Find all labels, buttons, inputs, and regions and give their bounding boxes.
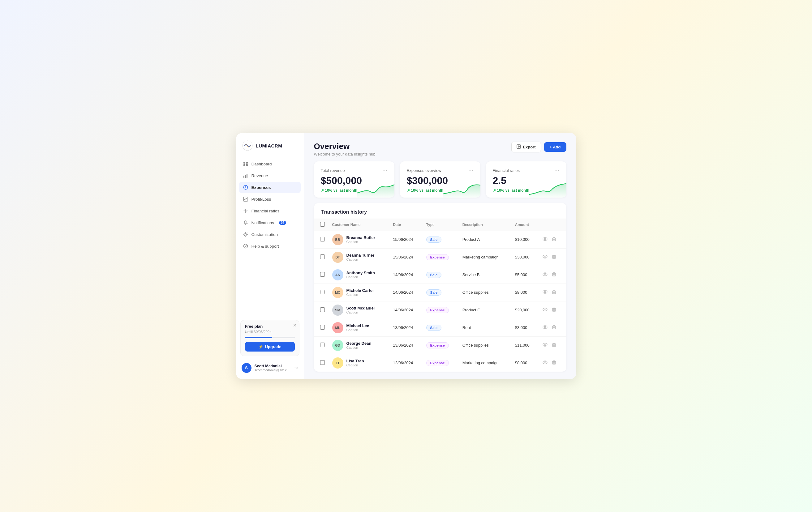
export-button[interactable]: Export bbox=[511, 142, 541, 152]
row-actions bbox=[538, 301, 566, 319]
view-button[interactable] bbox=[541, 255, 550, 260]
delete-button[interactable] bbox=[550, 237, 558, 242]
add-button[interactable]: + Add bbox=[544, 142, 567, 152]
svg-point-12 bbox=[245, 234, 246, 235]
delete-button[interactable] bbox=[550, 343, 558, 348]
sidebar-item-financial-ratios[interactable]: Financial ratios bbox=[239, 205, 301, 216]
user-email: scott.mcdaniel@sm.com bbox=[255, 368, 291, 372]
metric-card-header-expenses: Expenses overview ⋯ bbox=[407, 168, 473, 174]
row-description: Marketing campaign bbox=[459, 354, 511, 372]
metric-menu-expenses[interactable]: ⋯ bbox=[468, 168, 473, 174]
customer-cell: GD George Dean Caption bbox=[328, 336, 389, 354]
row-checkbox[interactable] bbox=[320, 342, 325, 347]
customer-avatar: SM bbox=[332, 305, 343, 316]
table-row: AS Anthony Smith Caption 14/06/2024 Sale… bbox=[314, 266, 567, 283]
col-customer-name: Customer Name bbox=[328, 219, 389, 231]
row-checkbox[interactable] bbox=[320, 272, 325, 277]
row-type: Expense bbox=[423, 336, 459, 354]
sidebar-item-profit-loss[interactable]: Profit/Loss bbox=[239, 193, 301, 205]
transaction-header: Transaction history bbox=[314, 203, 567, 219]
svg-rect-4 bbox=[246, 164, 248, 166]
type-badge: Expense bbox=[426, 342, 449, 349]
row-checkbox[interactable] bbox=[320, 360, 325, 365]
nav-label-customization: Customization bbox=[252, 232, 278, 237]
delete-button[interactable] bbox=[550, 290, 558, 295]
delete-button[interactable] bbox=[550, 272, 558, 278]
customer-info: Scott Mcdaniel Caption bbox=[346, 306, 375, 314]
free-plan-until: Untill 30/06/2024 bbox=[245, 330, 295, 334]
free-plan-title: Free plan bbox=[245, 324, 295, 329]
delete-button[interactable] bbox=[550, 308, 558, 313]
view-button[interactable] bbox=[541, 272, 550, 278]
page-heading: Overview Welcome to your data insights h… bbox=[314, 142, 377, 156]
delete-button[interactable] bbox=[550, 361, 558, 366]
view-button[interactable] bbox=[541, 237, 550, 242]
metric-menu-ratios[interactable]: ⋯ bbox=[554, 168, 559, 174]
sidebar-item-help-support[interactable]: Help & support bbox=[239, 241, 301, 252]
row-date: 13/06/2024 bbox=[389, 336, 422, 354]
customer-caption: Caption bbox=[346, 363, 364, 367]
sidebar-logo: LUMIACRM bbox=[236, 140, 304, 158]
upgrade-icon: ⚡ bbox=[258, 344, 263, 349]
svg-rect-24 bbox=[552, 273, 556, 276]
customer-info: Deanna Turner Caption bbox=[346, 253, 375, 261]
arrow-up-icon-3: ↗ bbox=[493, 188, 496, 192]
row-description: Office supplies bbox=[459, 283, 511, 301]
transaction-table: Customer Name Date Type Description Amou… bbox=[314, 219, 567, 372]
metric-menu-revenue[interactable]: ⋯ bbox=[382, 168, 387, 174]
logo-icon bbox=[242, 140, 253, 151]
notifications-badge: 02 bbox=[279, 221, 286, 225]
svg-point-38 bbox=[545, 361, 546, 363]
app-name: LUMIACRM bbox=[256, 143, 283, 148]
customer-info: George Dean Caption bbox=[346, 341, 372, 350]
sidebar-item-expenses[interactable]: Expenses bbox=[239, 182, 301, 193]
svg-rect-18 bbox=[552, 238, 556, 241]
row-checkbox-cell bbox=[314, 354, 328, 372]
export-icon bbox=[517, 144, 521, 150]
sidebar-item-customization[interactable]: Customization bbox=[239, 229, 301, 240]
row-description: Office supplies bbox=[459, 336, 511, 354]
row-checkbox[interactable] bbox=[320, 237, 325, 241]
customer-avatar: BB bbox=[332, 234, 343, 245]
customer-name: Michele Carter bbox=[346, 288, 374, 293]
avatar: S bbox=[241, 363, 252, 373]
logout-button[interactable]: ⇥ bbox=[294, 365, 298, 371]
row-checkbox[interactable] bbox=[320, 254, 325, 259]
view-button[interactable] bbox=[541, 290, 550, 295]
customer-cell: DT Deanna Turner Caption bbox=[328, 248, 389, 266]
view-button[interactable] bbox=[541, 325, 550, 331]
customer-cell: BB Breanna Butler Caption bbox=[328, 231, 389, 248]
customer-caption: Caption bbox=[346, 293, 374, 297]
row-checkbox-cell bbox=[314, 283, 328, 301]
col-description: Description bbox=[459, 219, 511, 231]
view-button[interactable] bbox=[541, 343, 550, 348]
row-type: Expense bbox=[423, 301, 459, 319]
customer-name: Lisa Tran bbox=[346, 359, 364, 363]
free-plan-close-button[interactable]: ✕ bbox=[293, 323, 297, 328]
row-checkbox-cell bbox=[314, 319, 328, 336]
sidebar-item-revenue[interactable]: Revenue bbox=[239, 170, 301, 181]
delete-button[interactable] bbox=[550, 325, 558, 331]
table-row: MC Michele Carter Caption 14/06/2024 Sal… bbox=[314, 283, 567, 301]
select-all-checkbox[interactable] bbox=[320, 222, 325, 227]
row-checkbox[interactable] bbox=[320, 307, 325, 312]
sidebar-item-dashboard[interactable]: Dashboard bbox=[239, 158, 301, 170]
delete-button[interactable] bbox=[550, 255, 558, 260]
view-button[interactable] bbox=[541, 361, 550, 366]
row-amount: $3,000 bbox=[511, 319, 538, 336]
row-checkbox[interactable] bbox=[320, 290, 325, 294]
sidebar-item-notifications[interactable]: Notifications 02 bbox=[239, 217, 301, 228]
metric-label-revenue: Total revenue bbox=[321, 168, 345, 173]
view-button[interactable] bbox=[541, 308, 550, 313]
transaction-tbody: BB Breanna Butler Caption 15/06/2024 Sal… bbox=[314, 231, 567, 372]
upgrade-button[interactable]: ⚡ Upgrade bbox=[245, 342, 295, 352]
row-type: Sale bbox=[423, 319, 459, 336]
row-checkbox[interactable] bbox=[320, 325, 325, 330]
sidebar: LUMIACRM Dashboard Revenue bbox=[236, 133, 304, 379]
nav-label-dashboard: Dashboard bbox=[252, 162, 272, 166]
type-badge: Expense bbox=[426, 307, 449, 313]
svg-point-26 bbox=[545, 291, 546, 293]
nav-label-notifications: Notifications bbox=[252, 220, 274, 225]
row-checkbox-cell bbox=[314, 248, 328, 266]
svg-rect-30 bbox=[552, 308, 556, 311]
